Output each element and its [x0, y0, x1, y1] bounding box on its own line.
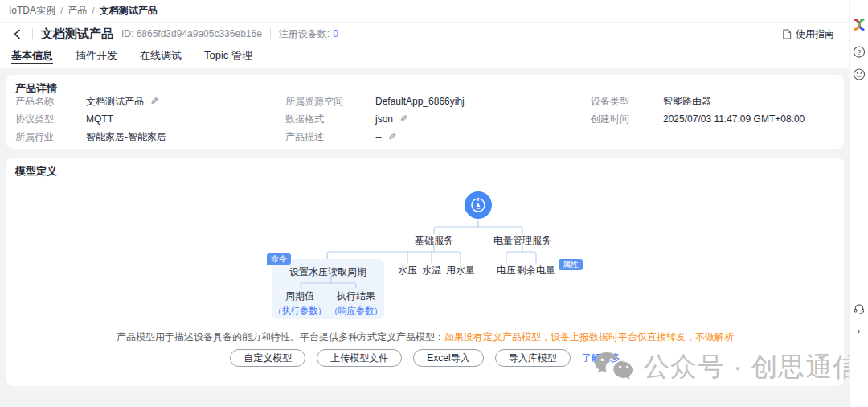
details-column-1: 产品名称 文档测试产品 ✎ 协议类型 MQTT 所属行业 智能家居-智能家居: [15, 92, 166, 146]
tab-basic-info[interactable]: 基本信息: [11, 45, 53, 68]
breadcrumb-instance[interactable]: IoTDA实例: [9, 4, 55, 18]
tab-bar: 基本信息 插件开发 在线调试 Topic 管理: [0, 45, 849, 68]
breadcrumb: IoTDA实例 / 产品 / 文档测试产品: [0, 0, 849, 23]
main-area: IoTDA实例 / 产品 / 文档测试产品 文档测试产品 ID: 6865fd3…: [0, 0, 849, 407]
learn-more-link[interactable]: 了解更多: [582, 352, 620, 365]
property-node-remaining-power[interactable]: 剩余电量: [517, 264, 555, 278]
svg-text:?: ?: [857, 48, 861, 56]
divider: [270, 28, 271, 39]
back-button[interactable]: [10, 27, 24, 41]
page-title: 文档测试产品: [41, 27, 113, 42]
device-count-label: 注册设备数:: [279, 27, 330, 41]
field-value: 智能家居-智能家居: [86, 130, 166, 144]
field-value: 文档测试产品: [86, 95, 144, 109]
field-label: 所属行业: [15, 130, 86, 144]
custom-model-button[interactable]: 自定义模型: [230, 349, 305, 367]
field-value: 2025/07/03 11:47:09 GMT+08:00: [663, 113, 805, 125]
field-create-time: 创建时间 2025/07/03 11:47:09 GMT+08:00: [591, 110, 805, 128]
divider: [32, 28, 33, 39]
product-id: ID: 6865fd3d94a9a05c336eb16e: [121, 28, 262, 39]
property-node-water-usage[interactable]: 用水量: [446, 264, 475, 278]
property-node-water-pressure[interactable]: 水压: [398, 264, 417, 278]
field-label: 产品名称: [15, 95, 86, 109]
edit-icon[interactable]: ✎: [388, 131, 396, 142]
field-value: json: [375, 113, 393, 125]
import-library-button[interactable]: 导入库模型: [495, 349, 571, 367]
property-node-voltage[interactable]: 电压: [497, 264, 516, 278]
edit-icon[interactable]: ✎: [150, 96, 158, 107]
title-bar: 文档测试产品 ID: 6865fd3d94a9a05c336eb16e 注册设备…: [0, 23, 849, 45]
property-badge: 属性: [559, 259, 583, 270]
content-area: 产品详情 产品名称 文档测试产品 ✎ 协议类型 MQTT 所属行业 智能家居-智…: [0, 68, 849, 407]
excel-import-button[interactable]: Excel导入: [413, 349, 483, 367]
field-value: 智能路由器: [663, 95, 711, 109]
field-value: MQTT: [86, 113, 113, 125]
command-badge: 命令: [267, 253, 291, 265]
guide-button[interactable]: 使用指南: [782, 23, 834, 45]
document-icon: [782, 29, 792, 39]
breadcrumb-products[interactable]: 产品: [68, 4, 87, 18]
field-value: --: [375, 131, 382, 142]
service-node-power[interactable]: 电量管理服务: [493, 234, 551, 248]
field-product-desc: 产品描述 -- ✎: [285, 128, 465, 146]
model-description: 产品模型用于描述设备具备的能力和特性。平台提供多种方式定义产品模型：如果没有定义…: [6, 331, 844, 344]
device-count-value[interactable]: 0: [333, 28, 338, 39]
field-label: 产品描述: [285, 130, 375, 144]
field-product-name: 产品名称 文档测试产品 ✎: [15, 92, 166, 110]
description-text: 产品模型用于描述设备具备的能力和特性。平台提供多种方式定义产品模型：: [117, 331, 444, 343]
field-label: 设备类型: [591, 95, 663, 109]
breadcrumb-separator: /: [92, 6, 94, 17]
tree-connector-lines: [264, 174, 601, 327]
field-label: 数据格式: [285, 113, 375, 126]
field-label: 所属资源空间: [285, 95, 375, 109]
guide-button-label: 使用指南: [796, 27, 834, 41]
upload-model-button[interactable]: 上传模型文件: [317, 349, 402, 367]
breadcrumb-current: 文档测试产品: [100, 4, 158, 18]
help-icon[interactable]: ?: [853, 46, 865, 58]
details-column-3: 设备类型 智能路由器 创建时间 2025/07/03 11:47:09 GMT+…: [591, 92, 805, 128]
field-industry: 所属行业 智能家居-智能家居: [15, 128, 166, 146]
service-node-basic[interactable]: 基础服务: [415, 234, 453, 248]
product-details-card: 产品详情 产品名称 文档测试产品 ✎ 协议类型 MQTT 所属行业 智能家居-智…: [6, 75, 844, 149]
tab-plugin-dev[interactable]: 插件开发: [76, 45, 117, 68]
support-headset-icon[interactable]: [853, 302, 865, 314]
chevron-left-icon: [13, 29, 22, 39]
field-device-type: 设备类型 智能路由器: [591, 92, 805, 110]
assistant-logo-icon[interactable]: [852, 18, 866, 31]
tab-online-debug[interactable]: 在线调试: [140, 45, 182, 68]
tab-topic-manage[interactable]: Topic 管理: [204, 45, 252, 68]
device-gauge-icon: [469, 196, 487, 214]
field-label: 创建时间: [591, 113, 663, 126]
edit-icon[interactable]: ✎: [399, 113, 407, 125]
feedback-smiley-icon[interactable]: [853, 68, 865, 80]
field-label: 协议类型: [15, 113, 86, 126]
product-root-node[interactable]: [465, 191, 492, 219]
property-node-water-temp[interactable]: 水温: [422, 264, 441, 278]
description-highlight: 如果没有定义产品模型，设备上报数据时平台仅直接转发，不做解析: [444, 331, 734, 343]
right-toolbar: ? ›: [849, 0, 868, 407]
model-actions: 自定义模型 上传模型文件 Excel导入 导入库模型 了解更多: [6, 349, 844, 367]
collapse-panel-icon[interactable]: ›: [858, 326, 861, 335]
field-value: DefaultApp_6866yihj: [375, 96, 465, 107]
model-definition-card: 模型定义 设置水压读取周期 周期值 （执行参数） 执行结果 （响应参数）: [6, 158, 844, 386]
field-resource-space: 所属资源空间 DefaultApp_6866yihj: [285, 92, 465, 110]
breadcrumb-separator: /: [60, 6, 63, 17]
field-protocol-type: 协议类型 MQTT: [15, 110, 166, 128]
details-column-2: 所属资源空间 DefaultApp_6866yihj 数据格式 json ✎ 产…: [285, 92, 465, 146]
field-data-format: 数据格式 json ✎: [285, 110, 465, 128]
iotda-product-page: IoTDA实例 / 产品 / 文档测试产品 文档测试产品 ID: 6865fd3…: [0, 0, 868, 407]
